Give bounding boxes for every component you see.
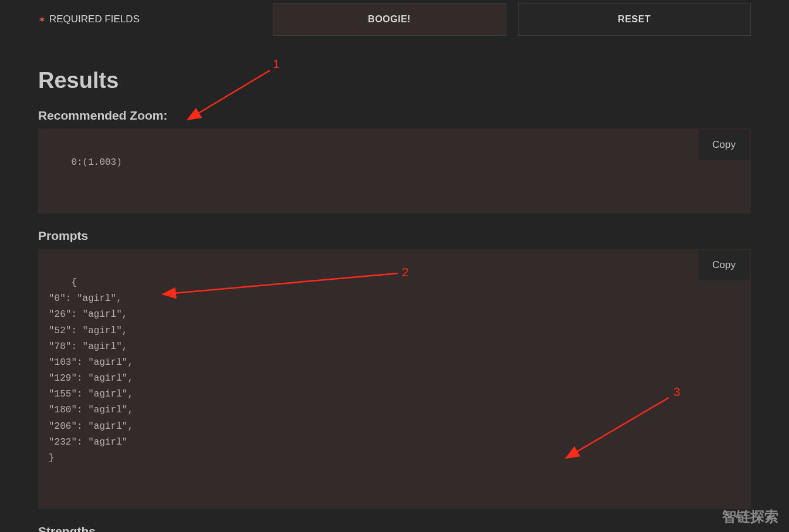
recommended-zoom-label: Recommended Zoom: xyxy=(38,109,751,123)
annotation-2-label: 2 xyxy=(402,265,409,279)
copy-button-prompts[interactable]: Copy xyxy=(698,250,750,280)
watermark: 智链探索 xyxy=(722,507,778,526)
prompts-label: Prompts xyxy=(38,229,751,243)
required-star-icon: ✶ xyxy=(38,14,46,25)
recommended-zoom-value: 0:(1.003) xyxy=(71,157,121,168)
annotation-3-label: 3 xyxy=(673,385,680,399)
boogie-button[interactable]: BOOGIE! xyxy=(273,3,506,36)
prompts-output: { "0": "agirl", "26": "agirl", "52": "ag… xyxy=(38,249,751,509)
prompts-value: { "0": "agirl", "26": "agirl", "52": "ag… xyxy=(49,277,133,463)
annotation-1-label: 1 xyxy=(273,57,280,71)
results-heading: Results xyxy=(38,68,751,93)
recommended-zoom-output: 0:(1.003) Copy xyxy=(38,128,751,214)
required-fields-text: REQUIRED FIELDS xyxy=(49,13,140,25)
reset-button[interactable]: RESET xyxy=(518,3,751,36)
required-fields-label: ✶ REQUIRED FIELDS xyxy=(38,13,261,25)
strengths-label: Strengths xyxy=(38,524,751,532)
copy-button-zoom[interactable]: Copy xyxy=(698,130,750,160)
